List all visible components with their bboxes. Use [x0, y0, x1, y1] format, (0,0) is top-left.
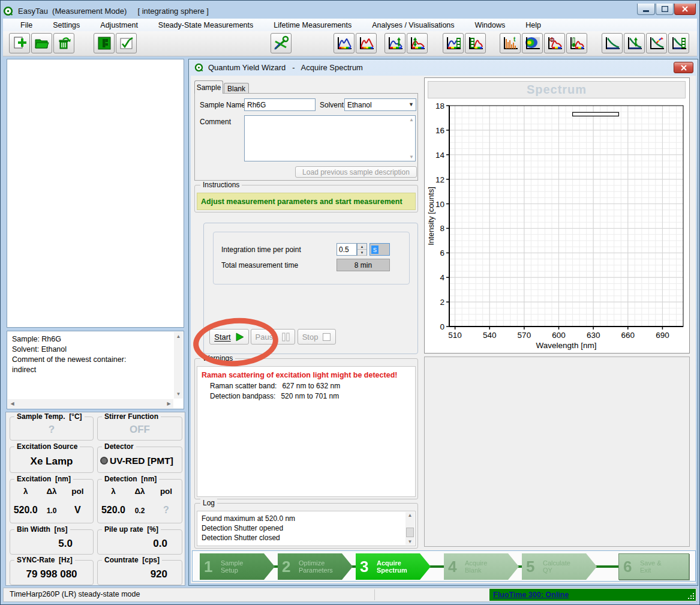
step-number: 1 — [204, 558, 220, 576]
step-label-line2: Parameters — [299, 567, 333, 574]
svg-text:690: 690 — [656, 331, 669, 340]
step-label-line1: Save & — [640, 559, 661, 567]
log-line: Detection Shutter opened — [202, 523, 403, 533]
menu-settings[interactable]: Settings — [53, 21, 80, 29]
restore-button[interactable] — [656, 4, 674, 15]
step-3-acquire-spectrum[interactable]: 3 AcquireSpectrum — [356, 553, 431, 580]
detection-group: Detection [nm] λ Δλ pol 520.0 0.2 ? — [97, 479, 182, 523]
load-previous-sample-button[interactable]: Load previous sample description — [295, 166, 417, 178]
sample-name-input[interactable] — [244, 98, 316, 111]
excitation-anisotropy-button[interactable] — [384, 33, 405, 53]
quantum-yield-wizard-window: Quantum Yield Wizard - Acquire Spectrum … — [188, 59, 698, 586]
device-toggle-button[interactable] — [94, 33, 115, 53]
instructions-group: Instructions Adjust measurement paramete… — [194, 185, 418, 212]
wizard-logo-icon — [194, 63, 203, 72]
svg-text:660: 660 — [621, 331, 635, 340]
info-horizontal-scrollbar[interactable]: ◀▶ — [8, 399, 173, 408]
results-panel-empty — [424, 357, 690, 547]
measurement-list[interactable] — [7, 59, 184, 328]
menu-file[interactable]: File — [20, 21, 32, 29]
solvent-select[interactable]: Ethanol ▼ — [344, 98, 416, 111]
new-measurement-button[interactable] — [9, 33, 30, 53]
resize-grip[interactable] — [687, 592, 695, 600]
spinner-down-icon[interactable]: ▼ — [357, 250, 366, 256]
step-5-calculate-qy[interactable]: 5 CalculateQY — [522, 553, 597, 580]
menu-steady-state[interactable]: Steady-State Measurements — [158, 21, 253, 29]
comment-textarea[interactable]: ▲ ▼ — [244, 115, 416, 161]
info-vertical-scrollbar[interactable]: ▲▼ — [174, 332, 183, 399]
quantum-yield-spectrum-button[interactable]: Φ — [544, 33, 565, 53]
menu-windows[interactable]: Windows — [475, 21, 506, 29]
contour-map-button[interactable] — [522, 33, 543, 53]
stop-button[interactable]: Stop — [298, 329, 336, 345]
svg-text:6: 6 — [440, 248, 444, 257]
spectrum-panel: Spectrum 5105405706006306606900246810121… — [424, 77, 690, 354]
menu-analyses[interactable]: Analyses / Visualisations — [372, 21, 454, 29]
scroll-up-icon[interactable]: ▲ — [405, 513, 414, 518]
integration-unit-select[interactable]: s — [369, 243, 390, 256]
excitation-kinetics-button[interactable] — [443, 33, 464, 53]
tab-sample[interactable]: Sample — [194, 80, 223, 94]
step-1-sample-setup[interactable]: 1 SampleSetup — [200, 553, 275, 580]
scroll-up-icon[interactable]: ▲ — [174, 332, 183, 341]
warning-raman-value: 627 nm to 632 nm — [282, 382, 340, 390]
stop-icon — [322, 333, 331, 342]
scroll-right-icon[interactable]: ▶ — [164, 399, 173, 408]
edit-check-button[interactable] — [116, 33, 137, 53]
time-trace-button[interactable]: t — [500, 33, 521, 53]
step-label-line2: Setup — [221, 567, 238, 574]
sync-rate-group: SYNC-Rate [Hz] 79 998 080 — [10, 560, 94, 585]
decay-kinetics-button[interactable] — [668, 33, 689, 53]
step-label-line2: QY — [543, 567, 552, 574]
minimize-button[interactable] — [637, 4, 655, 15]
chevron-down-icon[interactable]: ▼ — [408, 101, 414, 107]
menu-help[interactable]: Help — [525, 21, 541, 29]
sample-temp-group: Sample Temp. [°C] ? — [10, 417, 94, 441]
tab-blank[interactable]: Blank — [224, 83, 249, 94]
wizard-client-area: Sample Blank Sample Name Solvent Ethanol… — [191, 76, 696, 583]
spinner-up-icon[interactable]: ▲ — [357, 244, 366, 250]
menu-adjustment[interactable]: Adjustment — [100, 21, 138, 29]
decay-tres-button[interactable] — [646, 33, 667, 53]
scroll-left-icon[interactable]: ◀ — [8, 399, 17, 408]
step-number: 6 — [623, 558, 639, 576]
countrate-value: 920 — [98, 568, 167, 580]
excitation-spectrum-button[interactable] — [334, 33, 354, 53]
temperature-spectrum-button[interactable] — [566, 33, 587, 53]
integration-time-input[interactable] — [337, 243, 357, 256]
main-window: EasyTau (Measurement Mode) [ integrating… — [0, 0, 700, 605]
tools-icon — [273, 35, 290, 51]
delete-button[interactable] — [53, 33, 74, 53]
scroll-down-icon[interactable]: ▼ — [174, 390, 183, 399]
detection-pol-header: pol — [153, 487, 179, 496]
open-file-button[interactable] — [31, 33, 52, 53]
decay-button[interactable] — [602, 33, 623, 53]
svg-text:600: 600 — [552, 331, 566, 340]
step-6-save-exit[interactable]: 6 Save &Exit — [618, 553, 689, 580]
close-button[interactable] — [674, 4, 696, 15]
title-bar[interactable]: EasyTau (Measurement Mode) [ integrating… — [3, 3, 697, 19]
wizard-close-button[interactable] — [674, 62, 693, 73]
scroll-up-icon[interactable]: ▲ — [409, 117, 414, 122]
integration-time-stepper[interactable]: ▲ ▼ — [357, 243, 367, 256]
scroll-down-icon[interactable]: ▼ — [405, 539, 414, 544]
scroll-down-icon[interactable]: ▼ — [409, 154, 414, 160]
emission-anisotropy-button[interactable] — [407, 33, 428, 53]
step-number: 5 — [526, 558, 542, 576]
emission-spectrum-icon — [359, 36, 374, 50]
sync-rate-value: 79 998 080 — [10, 568, 93, 580]
emission-kinetics-icon — [468, 36, 483, 50]
scrollbar-thumb[interactable] — [406, 528, 414, 537]
emission-kinetics-button[interactable] — [465, 33, 486, 53]
emission-spectrum-button[interactable] — [356, 33, 377, 53]
menu-lifetime[interactable]: Lifetime Measurements — [274, 21, 351, 29]
excitation-delta-value: 1.0 — [38, 507, 64, 515]
hardware-setup-button[interactable] — [271, 33, 292, 53]
step-4-acquire-blank[interactable]: 4 AcquireBlank — [444, 553, 519, 580]
step-2-optimize-parameters[interactable]: 2 OptimizeParameters — [278, 553, 353, 580]
decay-anisotropy-button[interactable] — [624, 33, 645, 53]
wizard-title-bar[interactable]: Quantum Yield Wizard - Acquire Spectrum — [189, 59, 698, 76]
log-scrollbar[interactable]: ▲ ▼ — [405, 512, 414, 545]
step-number: 2 — [282, 558, 298, 576]
check-pencil-icon — [119, 36, 134, 50]
